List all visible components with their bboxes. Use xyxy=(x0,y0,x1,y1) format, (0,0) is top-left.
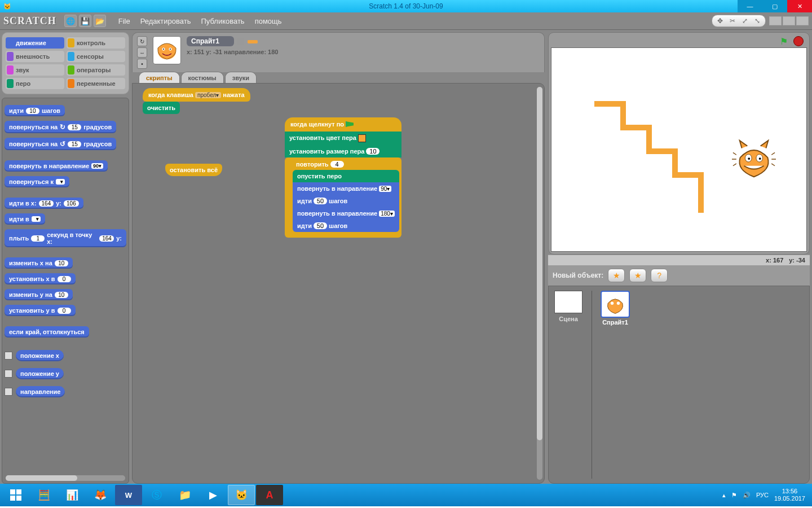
category-звук[interactable]: звук xyxy=(6,64,64,76)
random-sprite-button[interactable]: ? xyxy=(651,269,668,282)
scissors-icon[interactable]: ✂ xyxy=(728,16,737,25)
tray-clock[interactable]: 13:56 19.05.2017 xyxy=(774,488,805,502)
taskbar-app-icon[interactable]: 📊 xyxy=(59,485,86,505)
block-when-flag-clicked[interactable]: когда щелкнут по xyxy=(285,117,401,132)
scratch-logo: SCRATCH xyxy=(3,15,56,27)
block-move-50-a[interactable]: идти 50 шагов xyxy=(293,195,399,207)
block-point-direction[interactable]: повернуть в направление90▾ xyxy=(5,160,108,172)
choose-sprite-button[interactable]: ★ xyxy=(629,269,646,282)
lock-icon[interactable] xyxy=(237,38,244,45)
taskbar-explorer-icon[interactable]: 📁 xyxy=(171,485,198,505)
sprite-name-field[interactable]: Спрайт1 xyxy=(187,36,234,46)
reporter-direction[interactable]: направление xyxy=(16,386,65,397)
tab-sounds[interactable]: звуки xyxy=(225,72,257,84)
block-point-direction-180[interactable]: повернуть в направление 180▾ xyxy=(293,207,399,220)
block-point-direction-90[interactable]: повернуть в направление 90▾ xyxy=(293,182,399,195)
close-button[interactable]: ✕ xyxy=(787,0,812,12)
language-icon[interactable]: 🌐 xyxy=(64,15,77,27)
menu-file[interactable]: File xyxy=(115,17,134,25)
palette-scrollbar[interactable] xyxy=(6,475,125,481)
right-panel: ⚑ xyxy=(547,30,812,484)
category-внешность[interactable]: внешность xyxy=(6,51,64,62)
block-clear[interactable]: очистить xyxy=(143,102,180,114)
sprite-list-item[interactable]: Спрайт1 xyxy=(600,291,630,326)
script-scrollbar[interactable] xyxy=(537,87,542,480)
shrink-icon[interactable]: ⤡ xyxy=(753,16,762,25)
stage-sprite-cat[interactable] xyxy=(732,138,776,182)
block-pen-down[interactable]: опустить перо xyxy=(293,170,399,182)
block-when-key-pressed[interactable]: когда клавиша пробел▾ нажата xyxy=(143,88,250,102)
category-контроль[interactable]: контроль xyxy=(67,37,125,49)
open-icon[interactable]: 📂 xyxy=(94,15,106,27)
middle-panel: ↻ ↔ • Спрайт1 x: 151 y: -31 направление:… xyxy=(131,30,547,484)
grow-icon[interactable]: ⤢ xyxy=(740,16,749,25)
script-area[interactable]: когда клавиша пробел▾ нажата очистить ос… xyxy=(132,83,545,484)
block-goto[interactable]: идти в ▾ xyxy=(5,213,45,225)
checkbox-pos-y[interactable] xyxy=(5,370,12,378)
save-icon[interactable]: 💾 xyxy=(79,15,91,27)
taskbar-calculator-icon[interactable]: 🧮 xyxy=(30,485,58,505)
block-repeat[interactable]: повторить 4 опустить перо повернуть в на… xyxy=(285,157,401,238)
checkbox-pos-x[interactable] xyxy=(5,352,12,360)
block-set-x[interactable]: установить x в0 xyxy=(5,273,76,284)
block-turn-ccw[interactable]: повернуться на↺15градусов xyxy=(5,138,116,150)
rotate-full-button[interactable]: ↻ xyxy=(137,36,147,46)
minimize-button[interactable]: — xyxy=(738,0,762,12)
block-move-50-b[interactable]: идти 50 шагов xyxy=(293,220,399,232)
category-переменные[interactable]: переменные xyxy=(67,78,125,89)
green-flag-button[interactable]: ⚑ xyxy=(780,36,790,45)
block-move[interactable]: идти10шагов xyxy=(5,105,65,116)
checkbox-direction[interactable] xyxy=(5,388,12,396)
tab-costumes[interactable]: костюмы xyxy=(181,72,224,84)
menu-help[interactable]: помощь xyxy=(251,17,285,25)
block-bounce[interactable]: если край, оттолкнуться xyxy=(5,326,89,338)
script-stack-main[interactable]: когда щелкнут по установить цвет пера ус… xyxy=(285,117,401,238)
view-presentation-button[interactable] xyxy=(796,16,809,25)
category-операторы[interactable]: операторы xyxy=(67,64,125,76)
block-stop-all[interactable]: остановить всё xyxy=(165,164,222,176)
menu-edit[interactable]: Редактировать xyxy=(137,17,195,25)
start-button[interactable] xyxy=(2,485,29,505)
view-small-button[interactable] xyxy=(769,16,782,25)
taskbar-scratch-icon[interactable]: 🐱 xyxy=(228,485,255,505)
sprite-thumbnail[interactable] xyxy=(153,36,181,64)
taskbar-adobe-icon[interactable]: A xyxy=(256,485,283,505)
tray-lang[interactable]: РУС xyxy=(756,492,769,498)
menu-share[interactable]: Публиковать xyxy=(197,17,248,25)
paint-sprite-button[interactable]: ★ xyxy=(608,269,625,282)
block-point-towards[interactable]: повернуться к ▾ xyxy=(5,176,69,187)
category-перо[interactable]: перо xyxy=(6,78,64,89)
block-goto-xy[interactable]: идти в x:164y:106 xyxy=(5,198,83,209)
tab-scripts[interactable]: скрипты xyxy=(139,72,180,84)
window-titlebar: 🐱 Scratch 1.4 of 30-Jun-09 — ▢ ✕ xyxy=(0,0,812,12)
left-panel: движениеконтрольвнешностьсенсорызвукопер… xyxy=(0,30,131,484)
rotate-none-button[interactable]: • xyxy=(137,59,147,69)
category-сенсоры[interactable]: сенсоры xyxy=(67,51,125,62)
category-движение[interactable]: движение xyxy=(6,37,64,49)
stop-button[interactable] xyxy=(793,36,804,46)
reporter-pos-x[interactable]: положение x xyxy=(16,350,64,361)
block-glide[interactable]: плыть1секунд в точку x:164y: xyxy=(5,229,126,247)
tray-volume-icon[interactable]: 🔊 xyxy=(743,492,751,499)
taskbar-media-icon[interactable]: ▶ xyxy=(200,485,227,505)
tray-flag-icon[interactable]: ⚑ xyxy=(731,492,737,499)
tray-up-icon[interactable]: ▴ xyxy=(722,492,726,499)
rotate-leftright-button[interactable]: ↔ xyxy=(137,47,147,58)
block-set-pen-size[interactable]: установить размер пера 10 xyxy=(285,145,401,157)
taskbar-skype-icon[interactable]: Ⓢ xyxy=(143,485,170,505)
green-flag-icon xyxy=(346,121,354,128)
stage-thumbnail[interactable]: Сцена xyxy=(553,291,584,322)
block-change-x[interactable]: изменить x на10 xyxy=(5,257,73,269)
svg-point-8 xyxy=(748,157,750,160)
block-turn-cw[interactable]: повернуться на↻15градусов xyxy=(5,121,116,133)
stamp-icon[interactable]: ✥ xyxy=(716,16,725,25)
maximize-button[interactable]: ▢ xyxy=(762,0,787,12)
block-set-y[interactable]: установить y в0 xyxy=(5,305,76,316)
view-medium-button[interactable] xyxy=(783,16,795,25)
reporter-pos-y[interactable]: положение y xyxy=(16,368,64,379)
block-set-pen-color[interactable]: установить цвет пера xyxy=(285,132,401,145)
taskbar-word-icon[interactable]: W xyxy=(115,485,142,505)
stage[interactable] xyxy=(551,47,807,252)
taskbar-firefox-icon[interactable]: 🦊 xyxy=(87,485,114,505)
block-change-y[interactable]: изменить y на10 xyxy=(5,289,73,300)
